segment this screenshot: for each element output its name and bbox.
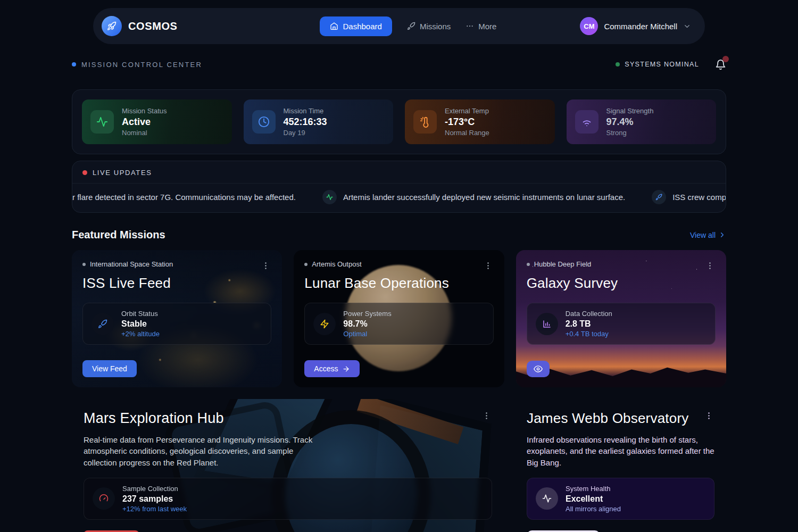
- nav-menu: Dashboard Missions More: [320, 16, 497, 36]
- live-updates-panel: LIVE UPDATES Solar flare detected in sec…: [72, 161, 726, 213]
- nav-tab-missions[interactable]: Missions: [407, 22, 451, 31]
- section-title: Featured Missions: [72, 229, 165, 241]
- mission-tag: International Space Station: [82, 260, 173, 268]
- page-title: MISSION CONTROL CENTER: [72, 61, 202, 69]
- chevron-down-icon: [683, 22, 691, 30]
- mission-cards-row: International Space Station ISS Live Fee…: [72, 250, 726, 387]
- nav-tab-dashboard[interactable]: Dashboard: [320, 16, 392, 36]
- rocket-logo-icon: [102, 16, 122, 36]
- nav-tab-more[interactable]: More: [466, 22, 496, 31]
- ticker-item: Artemis lander successfully deployed new…: [322, 190, 625, 204]
- mission-card-lunar: Artemis Outpost Lunar Base Operations Po…: [294, 250, 504, 387]
- card-james-webb-observatory: James Webb Observatory Infrared observat…: [515, 399, 726, 532]
- stat-card-mission-time: Mission Time 452:16:33 Day 19: [244, 99, 394, 144]
- card-menu-button[interactable]: [704, 260, 716, 271]
- chevron-right-icon: [718, 231, 726, 239]
- blue-dot-icon: [72, 62, 76, 66]
- notification-badge: [722, 56, 729, 62]
- card-statbox: Sample Collection 237 samples +12% from …: [84, 478, 492, 520]
- preview-button[interactable]: [527, 361, 550, 377]
- rocket-icon: [407, 22, 415, 30]
- activity-icon: [90, 110, 114, 134]
- ticker-item: Solar flare detected in sector 7G. Commu…: [72, 193, 296, 202]
- stat-card-signal-strength: Signal Strength 97.4% Strong: [567, 99, 717, 144]
- rocket-icon: [92, 313, 114, 335]
- mission-title: ISS Live Feed: [82, 275, 271, 292]
- card-mars-exploration-hub: Mars Exploration Hub Real-time data from…: [72, 399, 504, 532]
- mission-statbox: Data Collection 2.8 TB +0.4 TB today: [527, 303, 716, 345]
- ellipsis-icon: [466, 22, 474, 30]
- arrow-right-icon: [342, 365, 350, 373]
- news-ticker: Solar flare detected in sector 7G. Commu…: [72, 184, 726, 212]
- card-statbox: System Health Excellent All mirrors alig…: [527, 478, 714, 520]
- live-updates-header: LIVE UPDATES: [72, 161, 726, 183]
- card-description: Infrared observations revealing the birt…: [527, 434, 714, 468]
- card-menu-button[interactable]: [703, 410, 714, 421]
- brand-name: COSMOS: [128, 20, 178, 32]
- subheader: MISSION CONTROL CENTER SYSTEMS NOMINAL: [72, 57, 726, 72]
- thermometer-icon: [413, 110, 437, 134]
- activity-icon: [536, 487, 558, 510]
- mission-tag: Artemis Outpost: [304, 260, 361, 268]
- activity-icon: [322, 190, 337, 204]
- wifi-icon: [575, 110, 598, 134]
- mission-statbox: Power Systems 98.7% Optimal: [304, 303, 493, 345]
- brand: COSMOS: [102, 16, 178, 36]
- green-dot-icon: [616, 62, 620, 66]
- card-menu-button[interactable]: [260, 260, 271, 271]
- card-menu-button[interactable]: [483, 260, 494, 271]
- clock-icon: [252, 110, 276, 134]
- card-title: Mars Exploration Hub: [84, 410, 224, 427]
- view-all-link[interactable]: View all: [690, 231, 726, 239]
- card-description: Real-time data from Perseverance and Ing…: [84, 434, 318, 468]
- mission-card-galaxy: Hubble Deep Field Galaxy Survey Data Col…: [516, 250, 726, 387]
- tag-dot-icon: [82, 263, 86, 266]
- mission-statbox: Orbit Status Stable +2% altitude: [82, 303, 271, 345]
- avatar: CM: [580, 17, 598, 35]
- gauge-icon: [93, 487, 115, 510]
- eye-icon: [534, 364, 543, 373]
- cosmos-dashboard: COSMOS Dashboard Missions More CM Comman…: [0, 0, 798, 532]
- card-menu-button[interactable]: [481, 410, 492, 421]
- access-button[interactable]: Access: [304, 360, 360, 377]
- stat-card-external-temp: External Temp -173°C Normal Range: [405, 99, 555, 144]
- card-title: James Webb Observatory: [527, 410, 688, 427]
- stat-card-mission-status: Mission Status Active Nominal: [82, 99, 232, 144]
- tag-dot-icon: [304, 263, 307, 266]
- zap-icon: [313, 313, 336, 335]
- user-name: Commander Mitchell: [604, 22, 677, 31]
- red-dot-icon: [82, 170, 87, 175]
- rocket-icon: [652, 190, 666, 204]
- notifications-button[interactable]: [715, 59, 726, 70]
- featured-missions-header: Featured Missions View all: [72, 229, 726, 241]
- bottom-cards-row: Mars Exploration Hub Real-time data from…: [72, 399, 726, 532]
- mission-tag: Hubble Deep Field: [527, 260, 592, 268]
- tag-dot-icon: [527, 263, 530, 266]
- mission-card-iss: International Space Station ISS Live Fee…: [72, 250, 282, 387]
- mission-title: Lunar Base Operations: [304, 275, 493, 292]
- top-nav: COSMOS Dashboard Missions More CM Comman…: [93, 8, 705, 44]
- bar-chart-icon: [536, 313, 558, 335]
- ticker-item: ISS crew completes critical EVA repairs.: [652, 190, 726, 204]
- systems-status: SYSTEMS NOMINAL: [616, 61, 699, 68]
- home-icon: [330, 22, 338, 30]
- view-feed-button[interactable]: View Feed: [82, 360, 137, 377]
- user-menu[interactable]: CM Commander Mitchell: [580, 17, 691, 35]
- mission-title: Galaxy Survey: [527, 275, 716, 292]
- stats-panel: Mission Status Active Nominal Mission Ti…: [72, 89, 726, 154]
